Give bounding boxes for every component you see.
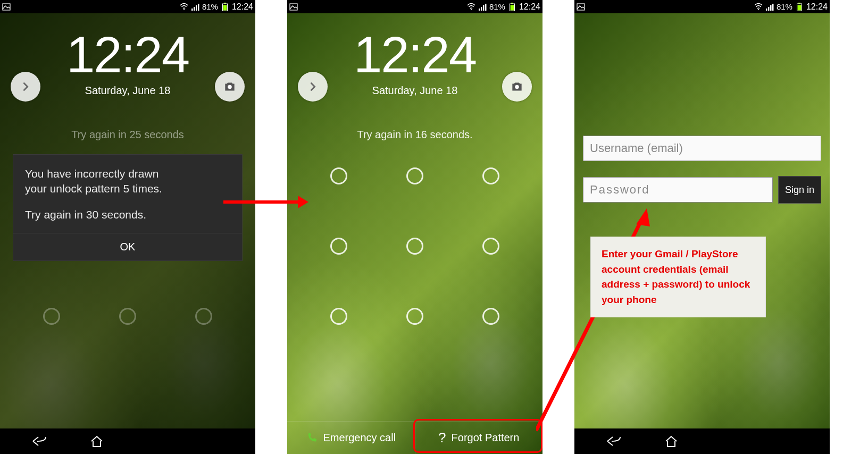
status-bar: 81% 12:24	[287, 0, 542, 13]
expand-button[interactable]	[298, 72, 328, 102]
svg-rect-18	[510, 5, 514, 10]
nav-bar	[0, 428, 255, 454]
status-bar: 81% 12:24	[574, 0, 830, 13]
phone-screen-2: 81% 12:24 12:24 Saturday, June 18 Try ag…	[287, 0, 542, 454]
svg-point-11	[471, 9, 472, 10]
signal-icon	[478, 3, 487, 11]
forgot-pattern-button[interactable]: ? Forgot Pattern	[415, 421, 543, 454]
error-dialog: You have incorrectly drawn your unlock p…	[13, 154, 243, 261]
phone-icon	[306, 432, 318, 444]
battery-percent: 81%	[777, 2, 792, 11]
pattern-dot[interactable]	[406, 308, 423, 325]
ok-button[interactable]: OK	[13, 233, 242, 260]
signin-button[interactable]: Sign in	[778, 176, 821, 204]
signal-icon	[191, 3, 199, 11]
phone-screen-1: 81% 12:24 12:24 Saturday, June 18 Try ag…	[0, 0, 255, 454]
back-icon[interactable]	[606, 434, 621, 449]
picture-icon	[2, 3, 11, 11]
signal-icon	[765, 3, 774, 11]
svg-rect-4	[196, 5, 197, 11]
pattern-dot[interactable]	[330, 167, 347, 184]
dialog-line: You have incorrectly drawn	[25, 166, 230, 181]
camera-button[interactable]	[502, 72, 532, 102]
lock-time: 12:24	[0, 29, 255, 80]
svg-point-9	[228, 85, 232, 89]
svg-rect-13	[481, 7, 482, 11]
svg-rect-5	[198, 4, 199, 11]
pattern-dot[interactable]	[482, 167, 499, 184]
status-time: 12:24	[806, 2, 828, 12]
svg-rect-8	[223, 5, 227, 10]
status-time: 12:24	[519, 2, 540, 12]
svg-rect-3	[194, 7, 195, 11]
expand-button[interactable]	[11, 72, 40, 102]
battery-percent: 81%	[489, 2, 505, 11]
svg-rect-24	[770, 5, 772, 11]
pattern-dot[interactable]	[406, 167, 423, 184]
svg-rect-25	[772, 4, 774, 11]
password-input[interactable]	[583, 177, 773, 203]
phone-screen-3: 81% 12:24 Sign in	[574, 0, 830, 454]
forgot-pattern-label: Forgot Pattern	[452, 432, 520, 444]
camera-button[interactable]	[215, 72, 245, 102]
svg-rect-23	[768, 7, 770, 11]
battery-icon	[795, 3, 804, 11]
svg-rect-28	[797, 5, 801, 10]
status-time: 12:24	[232, 2, 253, 12]
battery-icon	[221, 3, 229, 11]
wifi-icon	[180, 3, 188, 11]
pattern-dot[interactable]	[406, 238, 423, 255]
emergency-call-label: Emergency call	[323, 432, 396, 444]
question-icon: ?	[438, 430, 446, 446]
wifi-icon	[467, 3, 475, 11]
pattern-dot[interactable]	[330, 238, 347, 255]
wifi-icon	[754, 3, 763, 11]
pattern-dot[interactable]	[482, 238, 499, 255]
battery-percent: 81%	[202, 2, 218, 11]
dialog-line: Try again in 30 seconds.	[25, 207, 230, 222]
svg-rect-14	[483, 5, 485, 11]
annotation-callout: Enter your Gmail / PlayStore account cre…	[590, 237, 766, 317]
pattern-grid[interactable]	[327, 167, 503, 325]
svg-point-21	[758, 9, 759, 10]
svg-point-19	[515, 85, 519, 89]
status-bar: 81% 12:24	[0, 0, 255, 13]
username-input[interactable]	[583, 136, 821, 161]
try-again-text-behind: Try again in 25 seconds	[0, 129, 255, 141]
pattern-dot[interactable]	[195, 308, 212, 325]
picture-icon	[577, 3, 585, 11]
nav-bar	[574, 428, 830, 454]
svg-rect-22	[766, 9, 767, 11]
svg-point-1	[183, 9, 185, 10]
try-again-text: Try again in 16 seconds.	[287, 129, 542, 141]
pattern-dot[interactable]	[330, 308, 347, 325]
bottom-bar: Emergency call ? Forgot Pattern	[287, 421, 542, 454]
pattern-dot[interactable]	[119, 308, 136, 325]
back-icon[interactable]	[32, 434, 47, 449]
annotation-text: Enter your Gmail / PlayStore account cre…	[602, 247, 755, 307]
dialog-line: your unlock pattern 5 times.	[25, 181, 230, 196]
svg-rect-2	[191, 9, 193, 11]
lock-time: 12:24	[287, 29, 542, 80]
svg-rect-15	[485, 4, 487, 11]
home-icon[interactable]	[664, 434, 679, 449]
home-icon[interactable]	[89, 434, 104, 449]
pattern-dot[interactable]	[43, 308, 60, 325]
svg-rect-12	[479, 9, 480, 11]
battery-icon	[508, 3, 516, 11]
signin-form: Sign in	[574, 13, 830, 204]
picture-icon	[289, 3, 298, 11]
emergency-call-button[interactable]: Emergency call	[287, 421, 415, 454]
pattern-dot[interactable]	[482, 308, 499, 325]
